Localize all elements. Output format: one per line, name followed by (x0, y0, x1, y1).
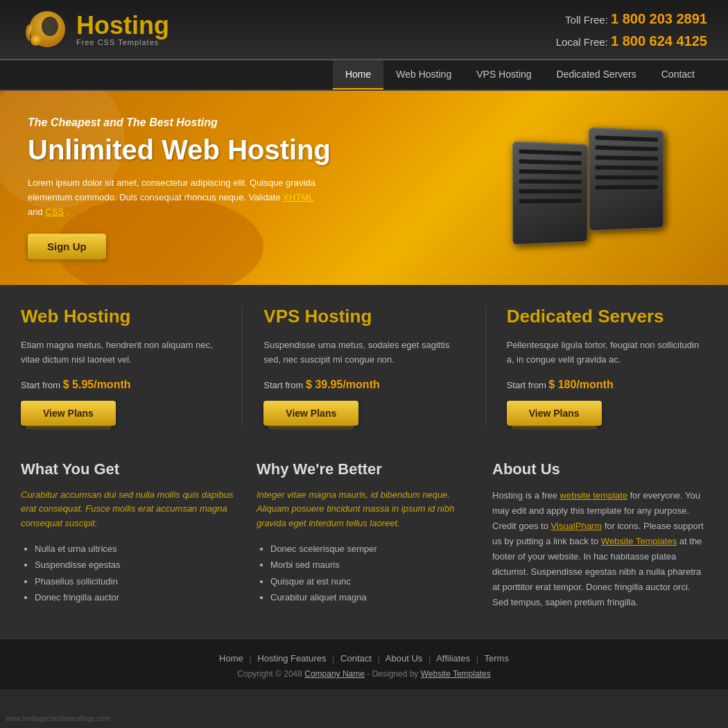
dedicated-price-line: Start from $ 180/month (507, 379, 707, 391)
plan-divider-1 (242, 306, 243, 426)
dedicated-view-plans-button[interactable]: View Plans (507, 401, 602, 426)
what-you-get-title: What You Get (21, 460, 236, 478)
list-item: Nulla et urna ultrices (35, 541, 236, 557)
footer-link-contact[interactable]: Contact (340, 653, 372, 664)
about-us-text: Hosting is a free website template for e… (492, 488, 707, 611)
nav-web-hosting[interactable]: Web Hosting (383, 60, 464, 89)
local-free-label: Local Free: (556, 36, 608, 48)
footer-links: Home | Hosting Features | Contact | Abou… (21, 653, 707, 664)
plan-web-hosting: Web Hosting Etiam magna metus, hendrerit… (21, 306, 221, 426)
css-link[interactable]: CSS (45, 207, 64, 217)
server-illustration (506, 115, 700, 261)
web-hosting-title: Web Hosting (21, 306, 221, 327)
xhtml-link[interactable]: XHTML (283, 192, 313, 202)
toll-free-line: Toll Free: 1 800 203 2891 (556, 8, 707, 30)
contact-info: Toll Free: 1 800 203 2891 Local Free: 1 … (556, 8, 707, 52)
footer: Home | Hosting Features | Contact | Abou… (0, 638, 728, 689)
info-row: What You Get Curabitur accumsan dui sed … (21, 460, 707, 611)
nav-contact[interactable]: Contact (649, 60, 707, 89)
website-templates-footer-link[interactable]: Website Templates (421, 669, 491, 679)
plan-vps-hosting: VPS Hosting Suspendisse urna metus, soda… (263, 306, 464, 426)
vps-start-from: Start from (263, 380, 303, 390)
vps-view-plans-button[interactable]: View Plans (263, 401, 358, 426)
logo-tagline: Free CSS Templates (76, 38, 169, 46)
hero-subtitle: The Cheapest and The Best Hosting (28, 116, 506, 129)
what-you-get-list: Nulla et urna ultrices Suspendisse egest… (21, 541, 236, 606)
plan-dedicated-servers: Dedicated Servers Pellentesque ligula to… (507, 306, 707, 426)
nav-home[interactable]: Home (333, 60, 383, 89)
signup-button[interactable]: Sign Up (28, 234, 106, 259)
server-unit-2 (589, 128, 664, 232)
toll-free-label: Toll Free: (565, 14, 608, 26)
what-you-get-text: Curabitur accumsan dui sed nulla mollis … (21, 488, 236, 531)
hero-banner: The Cheapest and The Best Hosting Unlimi… (0, 91, 728, 285)
footer-link-hosting-features[interactable]: Hosting Features (257, 653, 326, 664)
vps-hosting-desc: Suspendisse urna metus, sodales eget sag… (263, 338, 464, 367)
main-content: Web Hosting Etiam magna metus, hendrerit… (0, 285, 728, 638)
header: Hosting Free CSS Templates Toll Free: 1 … (0, 0, 728, 60)
hero-server-image (506, 112, 700, 264)
hero-description: Lorem ipsum dolor sit amet, consectetur … (28, 176, 319, 219)
why-better-section: Why We're Better Integer vitae magna mau… (257, 460, 471, 611)
footer-link-affiliates[interactable]: Affiliates (436, 653, 470, 664)
dedicated-title: Dedicated Servers (507, 306, 707, 327)
list-item: Curabitur aliquet magna (270, 589, 471, 605)
toll-free-number: 1 800 203 2891 (611, 11, 707, 26)
footer-copyright: Copyright © 2048 Company Name - Designed… (21, 669, 707, 679)
dedicated-start-from: Start from (507, 380, 546, 390)
logo-text-area: Hosting Free CSS Templates (76, 13, 169, 46)
footer-link-home[interactable]: Home (219, 653, 243, 664)
why-better-title: Why We're Better (257, 460, 471, 478)
hero-content: The Cheapest and The Best Hosting Unlimi… (28, 116, 506, 259)
list-item: Quisque at est nunc (270, 573, 471, 589)
logo-icon (21, 7, 69, 52)
list-item: Donec fringilla auctor (35, 589, 236, 605)
vps-price: $ 39.95/month (306, 379, 380, 390)
list-item: Phasellus sollicitudin (35, 573, 236, 589)
list-item: Suspendisse egestas (35, 557, 236, 573)
nav-vps-hosting[interactable]: VPS Hosting (464, 60, 544, 89)
local-free-line: Local Free: 1 800 624 4125 (556, 30, 707, 52)
why-better-text: Integer vitae magna mauris, id bibendum … (257, 488, 471, 531)
why-better-list: Donec scelerisque semper Morbi sed mauri… (257, 541, 471, 606)
footer-link-about-us[interactable]: About Us (385, 653, 422, 664)
web-hosting-desc: Etiam magna metus, hendrerit non aliquam… (21, 338, 221, 367)
website-template-link[interactable]: website template (560, 490, 628, 501)
about-us-title: About Us (492, 460, 707, 478)
website-templates-link[interactable]: Website Templates (601, 536, 677, 546)
web-hosting-price-line: Start from $ 5.95/month (21, 379, 221, 391)
web-start-from: Start from (21, 380, 60, 390)
web-price: $ 5.95/month (63, 379, 131, 390)
navigation: Home Web Hosting VPS Hosting Dedicated S… (0, 60, 728, 91)
list-item: Donec scelerisque semper (270, 541, 471, 557)
plan-divider-2 (485, 306, 486, 426)
server-unit-1 (512, 141, 587, 245)
local-free-number: 1 800 624 4125 (611, 33, 707, 49)
svg-point-1 (42, 17, 58, 36)
logo-title: Hosting (76, 13, 169, 38)
hero-title: Unlimited Web Hosting (28, 135, 506, 166)
plans-row: Web Hosting Etiam magna metus, hendrerit… (21, 306, 707, 426)
vps-hosting-price-line: Start from $ 39.95/month (263, 379, 464, 391)
dedicated-desc: Pellentesque ligula tortor, feugiat non … (507, 338, 707, 367)
logo-area: Hosting Free CSS Templates (21, 7, 169, 52)
footer-link-terms[interactable]: Terms (485, 653, 509, 664)
vps-hosting-title: VPS Hosting (263, 306, 464, 327)
nav-dedicated-servers[interactable]: Dedicated Servers (544, 60, 649, 89)
visual-pharm-link[interactable]: VisualPharm (551, 521, 602, 531)
company-name-link[interactable]: Company Name (304, 669, 365, 679)
about-us-section: About Us Hosting is a free website templ… (492, 460, 707, 611)
dedicated-price: $ 180/month (548, 379, 613, 390)
svg-point-2 (31, 35, 42, 46)
web-view-plans-button[interactable]: View Plans (21, 401, 116, 426)
what-you-get-section: What You Get Curabitur accumsan dui sed … (21, 460, 236, 611)
list-item: Morbi sed mauris (270, 557, 471, 573)
